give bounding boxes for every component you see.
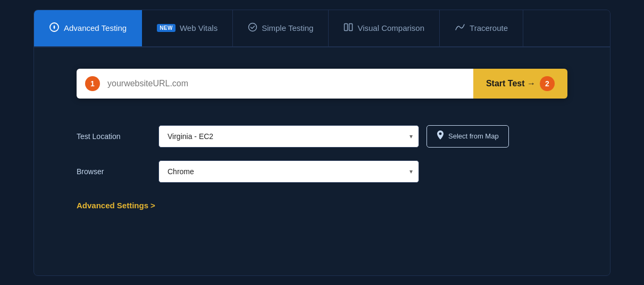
start-test-button[interactable]: Start Test → 2	[473, 69, 567, 99]
main-content: 1 Start Test → 2 Test Location Virginia …	[34, 47, 610, 275]
tab-web-vitals-label: Web Vitals	[180, 23, 218, 32]
url-input-wrapper: 1	[77, 69, 473, 99]
url-input[interactable]	[107, 79, 465, 88]
tab-web-vitals[interactable]: NEW Web Vitals	[142, 10, 233, 46]
tab-traceroute[interactable]: Traceroute	[440, 10, 523, 46]
start-test-label: Start Test →	[486, 79, 536, 88]
map-pin-icon	[437, 131, 444, 142]
browser-select[interactable]: Chrome Firefox Edge Safari	[158, 160, 419, 183]
new-badge: NEW	[157, 24, 175, 32]
advanced-settings-link[interactable]: Advanced Settings >	[77, 201, 155, 210]
tab-simple-testing-label: Simple Testing	[262, 23, 313, 32]
advanced-settings-chevron-icon: >	[150, 201, 155, 210]
tab-traceroute-label: Traceroute	[470, 23, 508, 32]
step-2-badge: 2	[540, 76, 555, 91]
svg-point-1	[249, 23, 257, 31]
traceroute-icon	[455, 22, 465, 34]
test-location-select-wrapper: Virginia - EC2 New York - EC2 London - E…	[158, 125, 419, 148]
select-from-map-label: Select from Map	[448, 132, 499, 140]
browser-controls: Chrome Firefox Edge Safari ▾	[158, 160, 567, 183]
svg-rect-3	[349, 24, 353, 31]
tab-visual-comparison-label: Visual Comparison	[357, 23, 424, 32]
tab-advanced-testing[interactable]: Advanced Testing	[34, 10, 142, 46]
tab-visual-comparison[interactable]: Visual Comparison	[329, 10, 440, 46]
select-from-map-button[interactable]: Select from Map	[426, 125, 509, 148]
tab-simple-testing[interactable]: Simple Testing	[233, 10, 329, 46]
visual-comparison-icon	[344, 22, 353, 34]
url-bar: 1 Start Test → 2	[77, 69, 567, 99]
browser-select-wrapper: Chrome Firefox Edge Safari ▾	[158, 160, 419, 183]
advanced-testing-icon	[49, 22, 60, 34]
tab-advanced-testing-label: Advanced Testing	[64, 23, 127, 32]
step-1-badge: 1	[85, 76, 100, 91]
tab-bar: Advanced Testing NEW Web Vitals Simple T…	[34, 10, 610, 47]
main-window: Advanced Testing NEW Web Vitals Simple T…	[34, 10, 610, 276]
test-location-select[interactable]: Virginia - EC2 New York - EC2 London - E…	[158, 125, 419, 148]
browser-row: Browser Chrome Firefox Edge Safari ▾	[77, 160, 567, 183]
advanced-settings-label: Advanced Settings	[77, 201, 148, 210]
svg-rect-2	[345, 24, 348, 31]
simple-testing-icon	[248, 22, 257, 34]
test-location-label: Test Location	[77, 132, 146, 141]
test-location-controls: Virginia - EC2 New York - EC2 London - E…	[158, 125, 567, 148]
test-location-row: Test Location Virginia - EC2 New York - …	[77, 125, 567, 148]
browser-label: Browser	[77, 167, 146, 176]
